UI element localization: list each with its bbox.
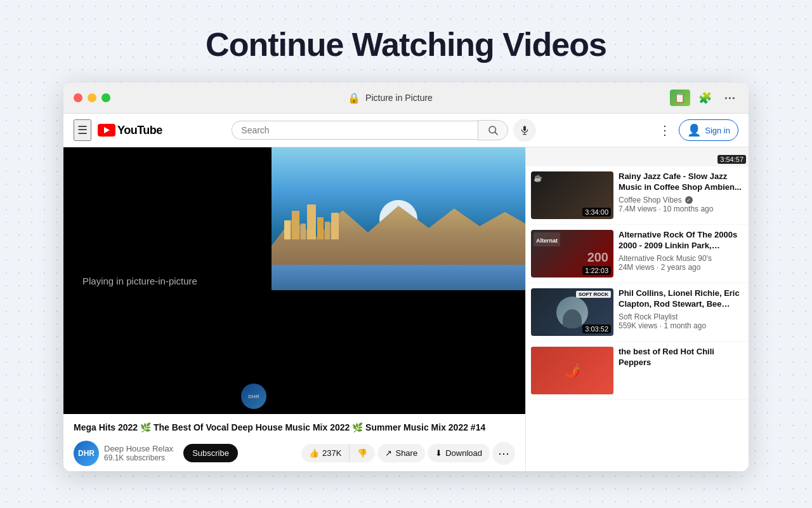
sticky-notes-icon[interactable]: 📋 — [670, 90, 690, 106]
video-meta: the best of Red Hot Chili Peppers — [619, 347, 743, 394]
sidebar-item[interactable]: SOFT ROCK 3:03:52 Phil Collins, Lionel R… — [526, 283, 749, 342]
thumbnail-number: 200 — [587, 250, 608, 265]
share-button[interactable]: ↗ Share — [377, 444, 425, 462]
channel-info: DHR Deep House Relax 69.1K subscribers S… — [74, 441, 296, 466]
soft-rock-badge: SOFT ROCK — [576, 291, 611, 298]
video-container[interactable]: Playing in picture-in-picture — [63, 147, 525, 414]
sidebar-item-partial[interactable]: 3:54:57 — [526, 147, 749, 166]
user-circle-icon: 👤 — [687, 123, 701, 137]
share-icon: ↗ — [385, 448, 392, 458]
browser-more-menu-button[interactable]: ⋯ — [721, 89, 738, 107]
search-button[interactable] — [478, 120, 508, 140]
video-thumbnail: SOFT ROCK 3:03:52 — [531, 288, 613, 336]
sidebar-channel-name: Alternative Rock Music 90's — [619, 254, 743, 263]
close-button[interactable] — [74, 93, 82, 102]
browser-tab-title: Picture in Picture — [365, 93, 433, 103]
hamburger-menu-button[interactable]: ☰ — [74, 119, 91, 141]
svg-point-0 — [489, 126, 496, 133]
search-input[interactable] — [232, 121, 478, 140]
video-player-area: Playing in picture-in-picture — [63, 147, 525, 471]
action-buttons: 👍 237K 👎 ↗ Share — [301, 442, 515, 465]
sidebar-item[interactable]: 🌶️ the best of Red Hot Chili Peppers — [526, 342, 749, 400]
more-icon: ⋯ — [498, 446, 509, 460]
video-thumbnail: ☕ 3:34:00 — [531, 171, 613, 219]
video-thumbnail: 🌶️ — [531, 347, 613, 394]
sidebar-video-title: Alternative Rock Of The 2000s 2000 - 200… — [619, 230, 743, 251]
search-bar — [232, 119, 536, 142]
more-options-button[interactable]: ⋮ — [656, 120, 674, 140]
navbar-right: ⋮ 👤 Sign in — [656, 119, 738, 141]
video-info: Mega Hits 2022 🌿 The Best Of Vocal Deep … — [63, 414, 525, 471]
download-button[interactable]: ⬇ Download — [428, 444, 490, 462]
share-label: Share — [395, 448, 417, 458]
channel-watermark: DHR — [241, 384, 266, 409]
buildings — [284, 189, 513, 239]
duration-badge: 3:34:00 — [582, 208, 611, 217]
thumbnail-label: Alternat — [536, 237, 558, 244]
svg-rect-2 — [523, 126, 526, 131]
subscribe-button[interactable]: Subscribe — [183, 444, 238, 462]
duration-badge: 3:03:52 — [582, 324, 611, 333]
youtube-logo-text: YouTube — [117, 124, 162, 137]
extensions-icon[interactable]: 🧩 — [697, 89, 714, 107]
sidebar-view-count: 24M views · 2 years ago — [619, 263, 743, 272]
thumbs-up-icon: 👍 — [309, 448, 319, 458]
video-sidebar: 3:54:57 ☕ 3:34:00 Rainy Jazz Cafe - Slow… — [525, 147, 749, 471]
youtube-logo-icon — [98, 124, 115, 137]
sidebar-view-count: 7.4M views · 10 months ago — [619, 204, 743, 213]
thumbnail-text: ☕ — [534, 174, 542, 182]
page-title: Continue Watching Videos — [0, 0, 812, 83]
channel-avatar: DHR — [74, 441, 99, 466]
youtube-logo[interactable]: YouTube — [98, 124, 162, 137]
browser-actions: 📋 🧩 ⋯ — [670, 89, 738, 107]
traffic-lights — [74, 93, 110, 102]
maximize-button[interactable] — [102, 93, 110, 102]
sidebar-video-title: the best of Red Hot Chili Peppers — [619, 347, 743, 368]
video-black-screen: Playing in picture-in-picture — [63, 147, 272, 414]
sidebar-video-title: Rainy Jazz Cafe - Slow Jazz Music in Cof… — [619, 171, 743, 193]
voice-search-button[interactable] — [513, 119, 536, 142]
video-meta-row: DHR Deep House Relax 69.1K subscribers S… — [74, 441, 515, 466]
browser-chrome: 🔒 Picture in Picture 📋 🧩 ⋯ — [63, 83, 749, 114]
lock-icon: 🔒 — [348, 92, 360, 104]
video-thumbnail: Alternat 200 1:22:03 — [531, 230, 613, 277]
pip-overlay — [272, 147, 525, 290]
sidebar-view-count: 559K views · 1 month ago — [619, 321, 743, 330]
browser-window: 🔒 Picture in Picture 📋 🧩 ⋯ ☰ YouTube — [63, 83, 749, 471]
channel-name: Deep House Relax — [104, 444, 173, 453]
video-meta: Rainy Jazz Cafe - Slow Jazz Music in Cof… — [619, 171, 743, 219]
sidebar-channel-name: Coffee Shop Vibes — [619, 196, 743, 204]
signin-button[interactable]: 👤 Sign in — [679, 119, 738, 141]
search-icon — [487, 124, 499, 136]
like-button[interactable]: 👍 237K — [301, 444, 349, 462]
content-area: Playing in picture-in-picture — [63, 147, 749, 471]
thumbs-down-icon: 👎 — [357, 448, 367, 458]
sidebar-channel-name: Soft Rock Playlist — [619, 312, 743, 321]
minimize-button[interactable] — [88, 93, 96, 102]
like-count: 237K — [322, 448, 341, 458]
download-label: Download — [445, 448, 482, 458]
duration-badge-partial: 3:54:57 — [717, 155, 746, 164]
water-shape — [272, 265, 525, 290]
duration-badge: 1:22:03 — [582, 266, 611, 275]
verified-icon — [685, 196, 693, 204]
pip-status-text: Playing in picture-in-picture — [82, 276, 197, 286]
more-actions-button[interactable]: ⋯ — [492, 442, 515, 465]
dislike-button[interactable]: 👎 — [349, 444, 375, 462]
signin-label: Sign in — [705, 126, 730, 135]
subscriber-count: 69.1K subscribers — [104, 453, 173, 462]
browser-title-bar: 🔒 Picture in Picture — [348, 92, 433, 104]
youtube-page: ☰ YouTube — [63, 114, 749, 471]
video-title: Mega Hits 2022 🌿 The Best Of Vocal Deep … — [74, 422, 515, 434]
microphone-icon — [520, 125, 530, 135]
sidebar-item[interactable]: Alternat 200 1:22:03 Alternative Rock Of… — [526, 225, 749, 283]
svg-line-1 — [495, 132, 498, 135]
video-meta: Alternative Rock Of The 2000s 2000 - 200… — [619, 230, 743, 277]
download-icon: ⬇ — [435, 448, 442, 458]
video-meta: Phil Collins, Lionel Richie, Eric Clapto… — [619, 288, 743, 336]
sidebar-item[interactable]: ☕ 3:34:00 Rainy Jazz Cafe - Slow Jazz Mu… — [526, 166, 749, 225]
sidebar-video-title: Phil Collins, Lionel Richie, Eric Clapto… — [619, 288, 743, 310]
like-dislike-group: 👍 237K 👎 — [301, 444, 375, 462]
youtube-navbar: ☰ YouTube — [63, 114, 749, 147]
